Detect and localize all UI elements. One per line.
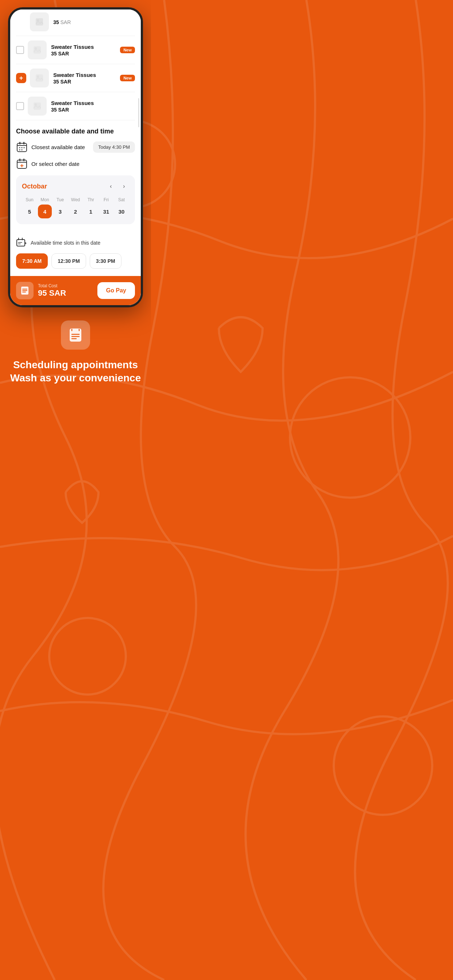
calendar-navigation: ‹ › — [106, 181, 129, 191]
svg-rect-21 — [19, 159, 21, 161]
product-item-1: Sweater Tissues 35 SAR New — [16, 36, 135, 64]
day-name-4: Thr — [88, 197, 94, 202]
day-num-6[interactable]: 30 — [115, 205, 128, 218]
product-image-0 — [30, 13, 49, 31]
phone-screen: 35 SAR Sweater Tissues 35 SA — [10, 10, 141, 305]
calendar-month: Octobar — [22, 183, 47, 190]
calendar-card: Octobar ‹ › Sun5Mon4Tue3Wed2Thr1Fri31Sat… — [16, 175, 135, 224]
svg-rect-8 — [36, 75, 43, 82]
product-item-partial: 35 SAR — [16, 10, 135, 36]
phone-frame: 35 SAR Sweater Tissues 35 SA — [8, 7, 143, 307]
product-info-0: 35 SAR — [53, 19, 135, 25]
checkbox-1[interactable] — [16, 46, 24, 54]
svg-point-18 — [19, 150, 21, 151]
product-price-3: 35 SAR — [51, 107, 135, 113]
time-slot-0[interactable]: 7:30 AM — [16, 253, 48, 269]
calendar-day-6[interactable]: Sat30 — [114, 197, 129, 218]
closest-date-value[interactable]: Today 4:30 PM — [93, 142, 135, 153]
time-header: Available time slots in this date — [16, 237, 135, 248]
promo-icon — [61, 320, 90, 350]
other-date-row[interactable]: Or select other date — [16, 158, 135, 170]
svg-rect-22 — [23, 159, 24, 161]
footer-cost-amount: 95 SAR — [38, 288, 97, 298]
promo-title: Scheduling appointments Wash as your con… — [10, 358, 141, 385]
time-slot-2[interactable]: 3:30 PM — [90, 253, 121, 269]
svg-rect-6 — [33, 46, 41, 54]
go-pay-button[interactable]: Go Pay — [97, 282, 135, 299]
calendar-day-4[interactable]: Thr1 — [83, 197, 99, 218]
product-item-2: + Sweater Tissues 35 SAR New — [16, 64, 135, 92]
footer-bar: Total Cost 95 SAR Go Pay — [10, 276, 141, 305]
other-date-label: Or select other date — [31, 161, 135, 167]
calendar-add-icon — [16, 158, 28, 170]
product-item-3: Sweater Tissues 35 SAR — [16, 92, 135, 120]
time-icon — [16, 237, 27, 248]
product-price-0: 35 SAR — [53, 19, 135, 25]
calendar-day-0[interactable]: Sun5 — [22, 197, 37, 218]
day-num-1[interactable]: 4 — [38, 205, 52, 218]
calendar-day-3[interactable]: Wed2 — [68, 197, 83, 218]
calendar-prev-button[interactable]: ‹ — [106, 181, 116, 191]
svg-point-15 — [19, 147, 21, 148]
day-name-3: Wed — [71, 197, 80, 202]
product-list: 35 SAR Sweater Tissues 35 SA — [10, 10, 141, 120]
day-name-6: Sat — [118, 197, 125, 202]
time-slot-label: Available time slots in this date — [30, 240, 100, 246]
calendar-day-5[interactable]: Fri31 — [99, 197, 114, 218]
day-num-3[interactable]: 2 — [69, 205, 83, 218]
day-num-4[interactable]: 1 — [84, 205, 98, 218]
day-name-0: Sun — [26, 197, 33, 202]
footer-receipt-icon — [16, 282, 33, 299]
promo-section: Scheduling appointments Wash as your con… — [2, 307, 150, 402]
calendar-icon — [16, 141, 28, 153]
calendar-next-button[interactable]: › — [119, 181, 129, 191]
time-section: Available time slots in this date 7:30 A… — [10, 237, 141, 276]
product-info-3: Sweater Tissues 35 SAR — [51, 100, 135, 113]
day-name-2: Tue — [57, 197, 64, 202]
svg-point-17 — [24, 147, 25, 148]
time-slot-1[interactable]: 12:30 PM — [51, 253, 86, 269]
product-image-1 — [28, 40, 47, 59]
product-name-3: Sweater Tissues — [51, 100, 135, 106]
calendar-day-2[interactable]: Tue3 — [53, 197, 68, 218]
scroll-indicator — [138, 98, 139, 127]
svg-rect-4 — [36, 18, 43, 25]
product-image-3 — [28, 97, 47, 116]
svg-rect-10 — [33, 102, 41, 110]
new-badge-2: New — [120, 75, 135, 81]
date-section: Choose available date and time — [10, 120, 141, 237]
calendar-day-1[interactable]: Mon4 — [37, 197, 53, 218]
day-num-5[interactable]: 31 — [99, 205, 113, 218]
checkbox-3[interactable] — [16, 102, 24, 110]
product-image-2 — [30, 68, 49, 88]
svg-point-16 — [22, 147, 22, 148]
new-badge-1: New — [120, 47, 135, 53]
closest-date-label: Closest available date — [31, 144, 93, 150]
day-name-5: Fri — [104, 197, 109, 202]
add-button-2[interactable]: + — [16, 73, 26, 83]
closest-date-row: Closest available date Today 4:30 PM — [16, 141, 135, 153]
calendar-days-row: Sun5Mon4Tue3Wed2Thr1Fri31Sat30 — [22, 197, 129, 218]
svg-point-19 — [22, 150, 22, 151]
section-title: Choose available date and time — [16, 127, 135, 135]
svg-rect-13 — [19, 142, 21, 145]
footer-cost-label: Total Cost — [38, 283, 97, 288]
time-slots-row: 7:30 AM12:30 PM3:30 PM — [16, 253, 135, 269]
day-num-2[interactable]: 3 — [53, 205, 67, 218]
day-name-1: Mon — [40, 197, 49, 202]
day-num-0[interactable]: 5 — [22, 205, 37, 218]
svg-rect-23 — [17, 240, 25, 246]
calendar-header: Octobar ‹ › — [22, 181, 129, 191]
footer-cost: Total Cost 95 SAR — [38, 283, 97, 298]
svg-rect-14 — [23, 142, 24, 145]
